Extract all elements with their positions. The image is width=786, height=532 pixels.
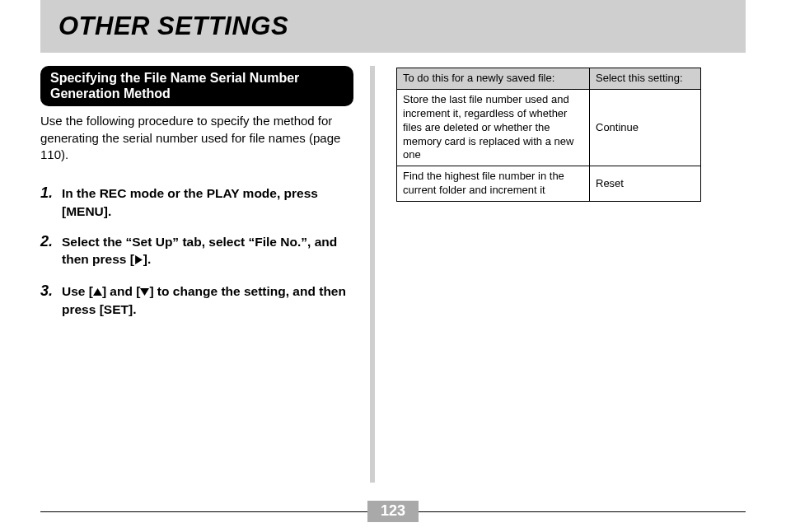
up-triangle-icon <box>93 283 102 301</box>
page-title: OTHER SETTINGS <box>58 12 288 41</box>
title-bar: OTHER SETTINGS <box>40 0 746 53</box>
step-text-mid: ] and [ <box>102 284 141 298</box>
table-cell-action: Find the highest file number in the curr… <box>397 166 590 202</box>
page-footer: 123 <box>40 511 746 512</box>
svg-marker-2 <box>140 288 149 296</box>
footer-rule: 123 <box>40 511 746 512</box>
right-column: To do this for a newly saved file: Selec… <box>396 66 746 486</box>
step-text-pre: Select the “Set Up” tab, select “File No… <box>62 235 337 266</box>
section-heading: Specifying the File Name Serial Number G… <box>40 66 353 106</box>
table-cell-setting: Reset <box>590 166 701 202</box>
intro-text: Use the following procedure to specify t… <box>40 113 353 163</box>
step-1: 1. In the REC mode or the PLAY mode, pre… <box>40 184 353 220</box>
svg-marker-0 <box>135 255 143 264</box>
table-header-action: To do this for a newly saved file: <box>397 68 590 90</box>
settings-table: To do this for a newly saved file: Selec… <box>396 68 701 202</box>
step-text-pre: Use [ <box>62 284 93 298</box>
step-number: 3. <box>40 282 62 319</box>
step-number: 1. <box>40 184 62 220</box>
down-triangle-icon <box>140 283 149 301</box>
table-row: Store the last file number used and incr… <box>397 89 701 166</box>
step-2: 2. Select the “Set Up” tab, select “File… <box>40 233 353 269</box>
step-text: Select the “Set Up” tab, select “File No… <box>62 233 353 269</box>
right-triangle-icon <box>134 251 143 268</box>
left-column: Specifying the File Name Serial Number G… <box>40 66 370 486</box>
column-divider <box>370 66 375 483</box>
step-text: Use [] and [] to change the setting, and… <box>62 282 353 319</box>
table-cell-action: Store the last file number used and incr… <box>397 89 590 166</box>
step-text: In the REC mode or the PLAY mode, press … <box>62 184 353 220</box>
step-3: 3. Use [] and [] to change the setting, … <box>40 282 353 319</box>
table-row: Find the highest file number in the curr… <box>397 166 701 202</box>
page-number: 123 <box>367 501 419 522</box>
steps-list: 1. In the REC mode or the PLAY mode, pre… <box>40 184 353 318</box>
step-number: 2. <box>40 233 62 269</box>
content-columns: Specifying the File Name Serial Number G… <box>40 66 746 486</box>
table-cell-setting: Continue <box>590 89 701 166</box>
table-header-setting: Select this setting: <box>590 68 701 90</box>
svg-marker-1 <box>93 288 102 296</box>
table-header-row: To do this for a newly saved file: Selec… <box>397 68 701 90</box>
step-text-post: ]. <box>143 252 151 266</box>
